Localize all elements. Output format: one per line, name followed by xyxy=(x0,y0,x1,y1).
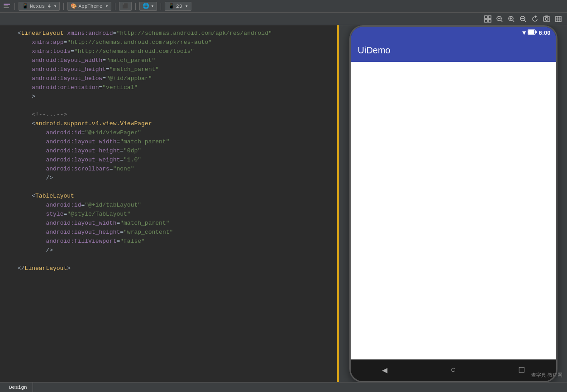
code-line: <LinearLayout xmlns:android="http://sche… xyxy=(0,29,339,38)
editor-scroll[interactable]: <LinearLayout xmlns:android="http://sche… xyxy=(0,25,339,382)
settings-icon[interactable] xyxy=(553,14,563,24)
svg-rect-2 xyxy=(4,7,9,8)
code-line: android:fillViewport="false" xyxy=(0,237,339,246)
ide-toolbar: 📱 Nexus 4 ▾ 🎨 AppTheme ▾ ⬛ 🌐 ▾ 📱 23 ▾ xyxy=(0,0,567,13)
code-line: android:scrollbars="none" xyxy=(0,165,339,174)
design-tab[interactable]: Design xyxy=(4,383,33,392)
screenshot-icon[interactable] xyxy=(542,14,552,24)
apptheme-selector[interactable]: 🎨 AppTheme ▾ xyxy=(67,2,111,11)
svg-rect-5 xyxy=(485,19,487,22)
scroll-indicator xyxy=(337,25,339,382)
code-editor: <LinearLayout xmlns:android="http://sche… xyxy=(0,25,339,382)
code-line xyxy=(0,255,339,264)
code-line: android:layout_height="match_parent" xyxy=(0,65,339,74)
toolbar-icon-1[interactable] xyxy=(3,2,11,10)
wifi-icon: ▼ xyxy=(522,29,526,37)
watermark: 查字典·教程网 xyxy=(531,372,562,378)
sep-4 xyxy=(135,3,136,10)
code-line: android:layout_weight="1.0" xyxy=(0,156,339,165)
app-content xyxy=(351,62,556,359)
zoom-in-icon[interactable] xyxy=(506,14,516,24)
code-line: /> xyxy=(0,246,339,255)
refresh-icon[interactable] xyxy=(530,14,540,24)
preview-panel: ▼ 6:00 UiDemo xyxy=(339,25,567,382)
sep-2 xyxy=(63,3,64,10)
api-selector[interactable]: 📱 23 ▾ xyxy=(165,2,191,11)
sep-1 xyxy=(14,3,15,10)
battery-icon xyxy=(528,29,537,37)
locale-selector[interactable]: 🌐 ▾ xyxy=(139,2,157,11)
home-button[interactable]: ○ xyxy=(442,361,464,379)
code-line: xmlns:tools="http://schemas.android.com/… xyxy=(0,47,339,56)
svg-rect-26 xyxy=(528,30,534,34)
back-button[interactable]: ◀ xyxy=(373,361,396,379)
code-line: xmlns:app="http://schemas.android.com/ap… xyxy=(0,38,339,47)
sep-3 xyxy=(115,3,115,10)
device-container: ▼ 6:00 UiDemo xyxy=(339,25,567,382)
code-line: android:layout_width="match_parent" xyxy=(0,137,339,146)
svg-rect-20 xyxy=(556,16,561,22)
status-bar: ▼ 6:00 xyxy=(351,27,556,39)
nexus-selector[interactable]: 📱 Nexus 4 ▾ xyxy=(19,2,60,11)
code-line xyxy=(0,183,339,192)
recent-button[interactable]: □ xyxy=(510,361,533,379)
svg-line-16 xyxy=(524,20,526,22)
code-line: android:id="@+id/viewPager" xyxy=(0,128,339,137)
app-title: UiDemo xyxy=(358,45,391,56)
code-line: <TableLayout xyxy=(0,192,339,201)
android-device: ▼ 6:00 UiDemo xyxy=(349,25,557,382)
code-line: <android.support.v4.view.ViewPager xyxy=(0,119,339,128)
code-line: android:layout_width="match_parent" xyxy=(0,219,339,228)
status-time: 6:00 xyxy=(538,29,550,36)
svg-point-18 xyxy=(545,18,548,20)
code-line xyxy=(0,101,339,110)
ide-status-bar: Design xyxy=(0,382,567,392)
svg-rect-6 xyxy=(488,19,491,22)
svg-rect-3 xyxy=(485,16,487,19)
svg-rect-1 xyxy=(4,5,8,6)
code-line: android:id="@+id/tabLayout" xyxy=(0,201,339,210)
code-line: style="@style/TabLayout" xyxy=(0,210,339,219)
code-line: <!--...--> xyxy=(0,110,339,119)
status-icons: ▼ 6:00 xyxy=(522,29,550,37)
code-line: /> xyxy=(0,174,339,183)
zoom-out-small-icon[interactable] xyxy=(495,14,505,24)
sep-5 xyxy=(161,3,161,10)
svg-rect-0 xyxy=(4,4,10,5)
app-bar: UiDemo xyxy=(351,39,556,62)
code-line: android:layout_height="0dp" xyxy=(0,146,339,156)
code-line: > xyxy=(0,92,339,101)
svg-rect-27 xyxy=(535,31,537,33)
code-line: android:orientation="vertical" xyxy=(0,83,339,92)
nav-bar: ◀ ○ □ xyxy=(351,359,556,381)
svg-rect-4 xyxy=(488,16,491,19)
zoom-toolbar xyxy=(0,13,567,25)
layout-selector[interactable]: ⬛ xyxy=(119,2,132,11)
code-line: android:layout_below="@+id/appbar" xyxy=(0,74,339,83)
code-line: android:layout_width="match_parent" xyxy=(0,56,339,65)
zoom-out-icon[interactable] xyxy=(518,14,528,24)
zoom-fit-icon[interactable] xyxy=(483,14,493,24)
svg-line-9 xyxy=(501,20,502,22)
code-line: android:layout_height="wrap_content" xyxy=(0,228,339,237)
main-area: <LinearLayout xmlns:android="http://sche… xyxy=(0,25,567,382)
code-line: </LinearLayout> xyxy=(0,264,339,273)
svg-line-13 xyxy=(513,20,514,22)
